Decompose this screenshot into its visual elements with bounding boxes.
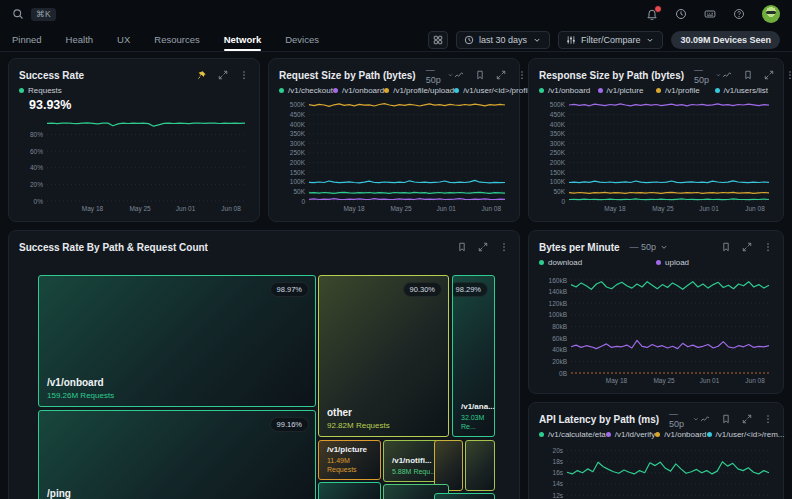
bookmark-icon[interactable]: [721, 242, 731, 252]
legend-item[interactable]: /v1/onboard: [655, 430, 706, 439]
kebab-menu-icon[interactable]: [239, 70, 249, 80]
svg-text:350K: 350K: [290, 130, 306, 137]
kebab-menu-icon[interactable]: [763, 242, 773, 252]
legend-item[interactable]: /v1/user/<id>/rem...: [707, 430, 785, 439]
chart-canvas[interactable]: 0%20%40%60%80%May 18May 25Jun 01Jun 08: [19, 114, 249, 213]
svg-text:May 25: May 25: [390, 205, 412, 213]
filter-compare-button[interactable]: Filter/Compare: [558, 31, 664, 49]
svg-text:250K: 250K: [550, 149, 566, 156]
treemap-tile[interactable]: 90.30%other92.82M Requests: [318, 275, 449, 437]
expand-icon[interactable]: [742, 414, 752, 424]
treemap-tile[interactable]: /v1/picture11.49M Requests: [318, 440, 381, 480]
layout-grid-button[interactable]: [428, 31, 448, 49]
api-latency-chart[interactable]: 20s18s16s14s12s10s8sMay 18May 25Jun 01Ju…: [539, 441, 773, 499]
treemap-tile[interactable]: [318, 482, 381, 499]
svg-text:Jun 01: Jun 01: [700, 377, 720, 384]
legend-item[interactable]: /v1/checkout: [279, 86, 333, 95]
legend-item[interactable]: /v1/onboard: [333, 86, 384, 95]
kebab-menu-icon[interactable]: [785, 70, 792, 80]
legend-dot: [598, 88, 603, 93]
legend-item[interactable]: /v1/onboard: [539, 86, 598, 95]
card-title: Success Rate By Path & Request Count: [19, 242, 208, 253]
legend-item[interactable]: /v1/id/verify: [606, 430, 655, 439]
chart-type-icon[interactable]: [700, 414, 710, 424]
chart-canvas[interactable]: 050K100K150K200K250K300K350K400K450K500K…: [279, 97, 509, 213]
notifications-button[interactable]: [646, 8, 658, 20]
legend-item[interactable]: /v1/user/<id>/profile: [454, 86, 533, 95]
treemap-tile[interactable]: [434, 493, 495, 499]
bookmark-icon[interactable]: [457, 242, 467, 252]
legend-label: download: [548, 258, 582, 267]
legend-item[interactable]: /v1/users/list: [715, 86, 774, 95]
legend-item[interactable]: /v1/profile: [656, 86, 715, 95]
global-search[interactable]: ⌘K: [12, 8, 56, 21]
svg-text:Jun 01: Jun 01: [176, 205, 196, 212]
clock-icon[interactable]: [675, 8, 687, 20]
bookmark-icon[interactable]: [743, 70, 753, 80]
legend-item[interactable]: /v1/picture: [598, 86, 657, 95]
bookmark-icon[interactable]: [475, 70, 485, 80]
devices-seen-badge[interactable]: 30.09M Devices Seen: [671, 31, 780, 49]
expand-icon[interactable]: [496, 70, 506, 80]
tab-health[interactable]: Health: [66, 28, 93, 51]
expand-icon[interactable]: [764, 70, 774, 80]
expand-icon[interactable]: [218, 70, 228, 80]
svg-text:16s: 16s: [553, 469, 564, 476]
svg-text:100K: 100K: [550, 178, 566, 185]
success-rate-chart[interactable]: 0%20%40%60%80%May 18May 25Jun 01Jun 08: [19, 114, 249, 213]
response-size-chart[interactable]: 050K100K150K200K250K300K350K400K450K500K…: [539, 97, 773, 213]
keyboard-shortcuts-icon[interactable]: [704, 8, 716, 20]
chart-canvas[interactable]: 20s18s16s14s12s10s8sMay 18May 25Jun 01Ju…: [539, 441, 773, 499]
expand-icon[interactable]: [742, 242, 752, 252]
aggregation-selector[interactable]: — 50p: [630, 242, 670, 252]
chart-canvas[interactable]: 0B20kB40kB60kB80kB100kB120kB140kB160kBMa…: [539, 269, 773, 385]
chart-canvas[interactable]: 050K100K150K200K250K300K350K400K450K500K…: [539, 97, 773, 213]
legend-item[interactable]: download: [539, 258, 656, 267]
tab-network[interactable]: Network: [224, 28, 261, 51]
treemap-tile[interactable]: 98.97%/v1/onboard159.26M Requests: [38, 275, 316, 407]
treemap-tile[interactable]: 98.29%/v1/ana...32.03M Re...: [452, 275, 495, 437]
legend-label: /v1/users/list: [724, 86, 768, 95]
treemap-tile[interactable]: 99.16%/ping: [38, 410, 316, 499]
tile-request-count: 5.88M Requ...: [392, 467, 440, 476]
tab-resources[interactable]: Resources: [154, 28, 199, 51]
svg-text:0%: 0%: [34, 198, 44, 205]
svg-text:60%: 60%: [30, 148, 43, 155]
tab-ux[interactable]: UX: [117, 28, 130, 51]
legend-label: /v1/picture: [607, 86, 644, 95]
legend-item[interactable]: /v1/calculate/eta: [539, 430, 606, 439]
treemap-tile[interactable]: [465, 440, 495, 491]
chart-type-icon[interactable]: [722, 70, 732, 80]
tab-devices[interactable]: Devices: [285, 28, 319, 51]
tile-success-badge: 99.16%: [270, 417, 309, 432]
dashboard-tab-bar: Pinned Health UX Resources Network Devic…: [0, 28, 792, 52]
chart-legend: downloadupload: [539, 258, 773, 267]
legend-item[interactable]: /v1/profile/upload: [384, 86, 454, 95]
expand-icon[interactable]: [478, 242, 488, 252]
svg-text:160kB: 160kB: [549, 277, 567, 284]
chart-type-icon[interactable]: [454, 70, 464, 80]
help-icon[interactable]: [733, 8, 745, 20]
svg-text:150K: 150K: [550, 169, 566, 176]
kebab-menu-icon[interactable]: [763, 414, 773, 424]
chevron-down-icon: [532, 35, 542, 45]
bookmark-icon[interactable]: [721, 414, 731, 424]
legend-item[interactable]: Requests: [19, 86, 62, 95]
svg-text:May 18: May 18: [343, 205, 365, 213]
legend-label: /v1/user/<id>/rem...: [716, 430, 785, 439]
chevron-down-icon: [715, 70, 722, 80]
request-size-chart[interactable]: 050K100K150K200K250K300K350K400K450K500K…: [279, 97, 509, 213]
aggregation-selector[interactable]: — 50p: [669, 409, 700, 429]
time-range-selector[interactable]: last 30 days: [456, 31, 550, 49]
tab-pinned[interactable]: Pinned: [12, 28, 42, 51]
chart-legend: /v1/calculate/eta/v1/id/verify/v1/onboar…: [539, 430, 773, 439]
kebab-menu-icon[interactable]: [499, 242, 509, 252]
bytes-per-minute-chart[interactable]: 0B20kB40kB60kB80kB100kB120kB140kB160kBMa…: [539, 269, 773, 385]
aggregation-selector[interactable]: — 50p: [426, 65, 454, 85]
card-title: Response Size by Path (bytes): [539, 70, 684, 81]
pin-icon[interactable]: [197, 70, 207, 80]
aggregation-selector[interactable]: — 50p: [694, 65, 722, 85]
user-avatar[interactable]: [762, 5, 780, 23]
legend-item[interactable]: upload: [656, 258, 773, 267]
kebab-menu-icon[interactable]: [517, 70, 527, 80]
